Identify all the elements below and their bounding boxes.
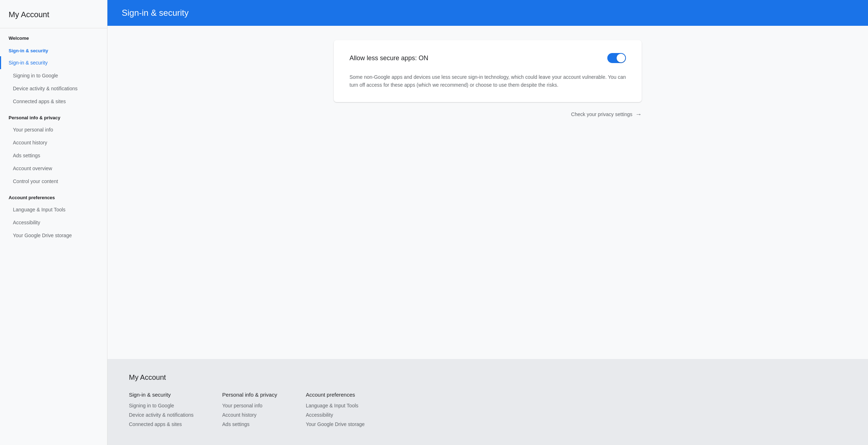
sidebar-title: My Account xyxy=(0,0,107,28)
toggle-thumb xyxy=(617,54,625,62)
sidebar-item-personal-info[interactable]: Your personal info xyxy=(0,123,107,136)
sidebar-item-signin-security[interactable]: Sign-in & security xyxy=(0,56,107,69)
footer-link-signing-in[interactable]: Signing in to Google xyxy=(129,403,194,408)
sidebar-item-connected-apps[interactable]: Connected apps & sites xyxy=(0,95,107,108)
footer-link-connected-apps[interactable]: Connected apps & sites xyxy=(129,421,194,427)
footer-col-title-personal-info: Personal info & privacy xyxy=(222,392,277,398)
footer-col-account-prefs: Account preferences Language & Input Too… xyxy=(306,392,365,431)
sidebar: My Account Welcome Sign-in & security Si… xyxy=(0,0,107,445)
footer-section: My Account Sign-in & security Signing in… xyxy=(107,359,868,445)
welcome-label: Welcome xyxy=(0,28,107,44)
sidebar-item-google-drive-storage[interactable]: Your Google Drive storage xyxy=(0,229,107,242)
footer-col-title-account-prefs: Account preferences xyxy=(306,392,365,398)
arrow-icon: → xyxy=(635,111,642,118)
footer-link-accessibility[interactable]: Accessibility xyxy=(306,412,365,418)
sidebar-item-control-content[interactable]: Control your content xyxy=(0,175,107,188)
footer-link-device-activity[interactable]: Device activity & notifications xyxy=(129,412,194,418)
topbar: Sign-in & security xyxy=(107,0,868,26)
footer-link-personal-info[interactable]: Your personal info xyxy=(222,403,277,408)
main-content: Sign-in & security Allow less secure app… xyxy=(107,0,868,445)
privacy-settings-link[interactable]: Check your privacy settings → xyxy=(334,102,642,118)
footer-col-signin: Sign-in & security Signing in to Google … xyxy=(129,392,194,431)
sidebar-item-language-tools[interactable]: Language & Input Tools xyxy=(0,203,107,216)
topbar-title: Sign-in & security xyxy=(122,8,854,18)
section-label-personal-info: Personal info & privacy xyxy=(0,108,107,123)
card-description: Some non-Google apps and devices use les… xyxy=(349,73,626,89)
footer-link-ads-settings[interactable]: Ads settings xyxy=(222,421,277,427)
footer-title: My Account xyxy=(129,373,847,382)
sidebar-item-account-overview[interactable]: Account overview xyxy=(0,162,107,175)
sidebar-item-signing-in[interactable]: Signing in to Google xyxy=(0,69,107,82)
sidebar-item-account-history[interactable]: Account history xyxy=(0,136,107,149)
privacy-link-label: Check your privacy settings xyxy=(571,111,632,117)
sidebar-item-accessibility[interactable]: Accessibility xyxy=(0,216,107,229)
footer-link-drive-storage[interactable]: Your Google Drive storage xyxy=(306,421,365,427)
sidebar-item-device-activity[interactable]: Device activity & notifications xyxy=(0,82,107,95)
less-secure-apps-toggle[interactable] xyxy=(607,53,626,63)
sidebar-item-ads-settings[interactable]: Ads settings xyxy=(0,149,107,162)
content-area: Allow less secure apps: ON Some non-Goog… xyxy=(107,26,868,359)
footer-col-personal-info: Personal info & privacy Your personal in… xyxy=(222,392,277,431)
section-label-signin: Sign-in & security xyxy=(0,44,107,56)
card-header: Allow less secure apps: ON xyxy=(349,53,626,63)
card-title: Allow less secure apps: ON xyxy=(349,54,428,62)
less-secure-apps-card: Allow less secure apps: ON Some non-Goog… xyxy=(334,40,642,102)
footer-col-title-signin: Sign-in & security xyxy=(129,392,194,398)
footer-link-language-tools[interactable]: Language & Input Tools xyxy=(306,403,365,408)
section-label-account-prefs: Account preferences xyxy=(0,188,107,203)
footer-link-account-history[interactable]: Account history xyxy=(222,412,277,418)
footer-columns: Sign-in & security Signing in to Google … xyxy=(129,392,847,431)
